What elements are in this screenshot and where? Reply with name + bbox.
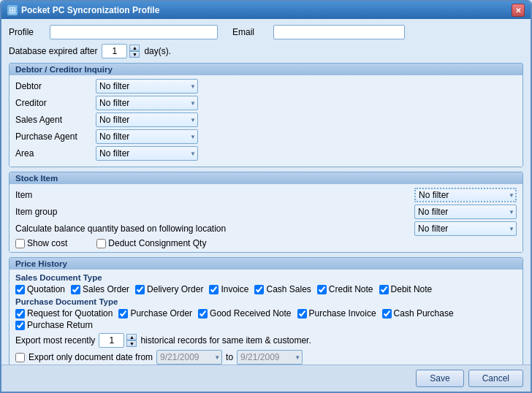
db-spinner-up[interactable]: ▲ <box>129 45 140 51</box>
purchase-return-label: Purchase Return <box>27 320 93 330</box>
show-cost-cb-item: Show cost <box>15 238 67 248</box>
price-section-content: Sales Document Type Quotation Sales Orde… <box>10 270 522 365</box>
stock-checkboxes-row: Show cost Deduct Consignment Qty <box>15 238 517 248</box>
grn-label: Good Received Note <box>210 308 291 318</box>
grn-checkbox[interactable] <box>198 309 208 318</box>
deduct-label: Deduct Consignment Qty <box>108 238 206 248</box>
content-area: Profile Email Database expired after ▲ ▼… <box>1 19 531 365</box>
item-group-label: Item group <box>15 207 410 217</box>
export-spinner-up[interactable]: ▲ <box>126 334 137 340</box>
delivery-order-label: Delivery Order <box>147 284 203 294</box>
email-input[interactable] <box>273 25 405 39</box>
export-date-checkbox[interactable] <box>15 353 25 362</box>
email-field-row: Email <box>232 25 405 39</box>
delivery-order-checkbox[interactable] <box>135 285 145 294</box>
calc-label: Calculate balance quantity based on foll… <box>15 224 410 234</box>
sales-agent-row: Sales Agent No filter <box>15 112 517 127</box>
purchase-agent-label: Purchase Agent <box>15 131 96 142</box>
sales-checkboxes: Quotation Sales Order Delivery Order Inv… <box>15 284 517 294</box>
rfq-checkbox[interactable] <box>15 309 25 318</box>
bottom-bar: Save Cancel <box>1 365 531 392</box>
db-label: Database expired after <box>9 46 97 56</box>
debtor-section: Debtor / Creditor Inquiry Debtor No filt… <box>9 63 523 167</box>
title-bar: ⊞ Pocket PC Syncronization Profile ✕ <box>1 1 531 19</box>
close-button[interactable]: ✕ <box>512 4 525 17</box>
cb-rfq: Request for Quotation <box>15 308 113 318</box>
item-row: Item No filter <box>15 188 517 202</box>
purchase-invoice-checkbox[interactable] <box>297 309 307 318</box>
purchase-agent-select-wrapper: No filter <box>96 129 198 144</box>
db-spinner-down[interactable]: ▼ <box>129 51 140 58</box>
quotation-label: Quotation <box>27 284 65 294</box>
quotation-checkbox[interactable] <box>15 285 25 294</box>
export-spinner-down[interactable]: ▼ <box>126 340 137 347</box>
sales-doc-type-label: Sales Document Type <box>15 273 517 282</box>
date-from-wrapper: 9/21/2009 <box>156 350 222 365</box>
cb-cash-purchase: Cash Purchase <box>382 308 454 318</box>
date-to-label: to <box>226 352 233 362</box>
sales-order-label: Sales Order <box>83 284 129 294</box>
sales-order-checkbox[interactable] <box>71 285 80 294</box>
email-label: Email <box>232 27 269 37</box>
credit-note-label: Credit Note <box>329 284 373 294</box>
export-label: Export most recently <box>15 335 95 346</box>
window-title: Pocket PC Syncronization Profile <box>21 5 159 15</box>
item-group-row: Item group No filter <box>15 205 517 219</box>
item-select[interactable]: No filter <box>414 188 517 202</box>
cancel-button[interactable]: Cancel <box>468 370 523 387</box>
purchase-checkboxes: Request for Quotation Purchase Order Goo… <box>15 308 517 330</box>
area-select[interactable]: No filter <box>96 146 198 161</box>
item-group-select-wrapper: No filter <box>414 205 517 219</box>
date-from-select[interactable]: 9/21/2009 <box>156 350 222 365</box>
cash-sales-label: Cash Sales <box>266 284 311 294</box>
purchase-return-checkbox[interactable] <box>15 321 25 330</box>
show-cost-checkbox[interactable] <box>15 239 25 248</box>
stock-section: Stock Item Item No filter Item group No … <box>9 172 523 253</box>
cash-sales-checkbox[interactable] <box>254 285 264 294</box>
db-spinner-buttons: ▲ ▼ <box>129 45 140 58</box>
invoice-checkbox[interactable] <box>209 285 218 294</box>
debit-note-checkbox[interactable] <box>379 285 389 294</box>
cb-debit-note: Debit Note <box>379 284 433 294</box>
debtor-select[interactable]: No filter <box>96 79 198 94</box>
creditor-select-wrapper: No filter <box>96 96 198 110</box>
purchase-order-checkbox[interactable] <box>118 309 128 318</box>
db-spinner-input[interactable] <box>102 44 127 58</box>
export-suffix: historical records for same item & custo… <box>140 335 311 346</box>
creditor-label: Creditor <box>15 98 96 108</box>
main-window: ⊞ Pocket PC Syncronization Profile ✕ Pro… <box>0 0 532 393</box>
date-to-select[interactable]: 9/21/2009 <box>237 350 303 365</box>
deduct-checkbox[interactable] <box>96 239 106 248</box>
debtor-row: Debtor No filter <box>15 79 517 94</box>
save-button[interactable]: Save <box>416 370 463 387</box>
title-bar-left: ⊞ Pocket PC Syncronization Profile <box>7 5 159 15</box>
cb-sales-order: Sales Order <box>71 284 129 294</box>
creditor-row: Creditor No filter <box>15 96 517 110</box>
deduct-cb-item: Deduct Consignment Qty <box>96 238 206 248</box>
calc-select[interactable]: No filter <box>414 221 517 236</box>
cb-cash-sales: Cash Sales <box>254 284 311 294</box>
cb-quotation: Quotation <box>15 284 65 294</box>
purchase-order-label: Purchase Order <box>130 308 192 318</box>
credit-note-checkbox[interactable] <box>317 285 327 294</box>
rfq-label: Request for Quotation <box>27 308 113 318</box>
item-group-select[interactable]: No filter <box>414 205 517 219</box>
item-select-wrapper: No filter <box>414 188 517 202</box>
cb-credit-note: Credit Note <box>317 284 373 294</box>
sales-agent-select-wrapper: No filter <box>96 112 198 127</box>
cash-purchase-checkbox[interactable] <box>382 309 392 318</box>
profile-input[interactable] <box>50 25 218 39</box>
profile-label: Profile <box>9 27 45 37</box>
stock-section-content: Item No filter Item group No filter <box>10 184 522 252</box>
purchase-invoice-label: Purchase Invoice <box>309 308 376 318</box>
show-cost-label: Show cost <box>27 238 67 248</box>
cb-purchase-order: Purchase Order <box>118 308 192 318</box>
creditor-select[interactable]: No filter <box>96 96 198 110</box>
export-spinner-input[interactable] <box>99 333 124 348</box>
purchase-doc-type-label: Purchase Document Type <box>15 297 517 306</box>
invoice-label: Invoice <box>221 284 248 294</box>
purchase-agent-select[interactable]: No filter <box>96 129 198 144</box>
calc-row: Calculate balance quantity based on foll… <box>15 221 517 236</box>
area-row: Area No filter <box>15 146 517 161</box>
sales-agent-select[interactable]: No filter <box>96 112 198 127</box>
